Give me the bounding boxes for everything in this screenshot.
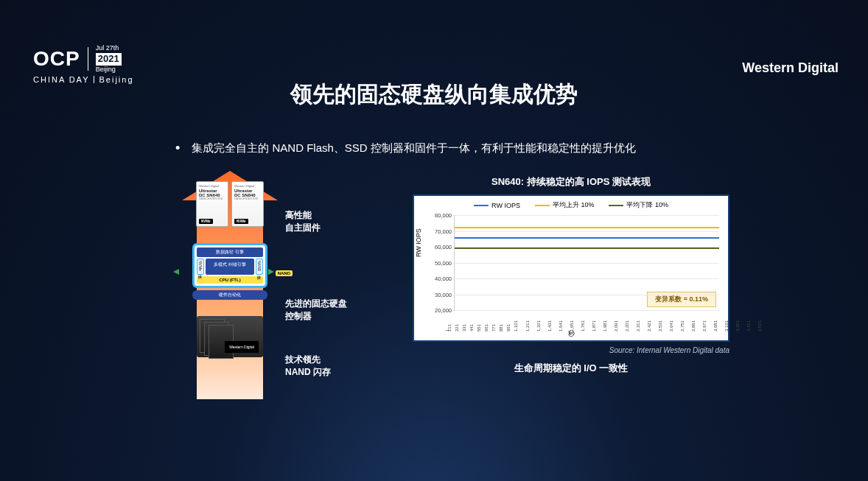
event-city: Beijing xyxy=(96,66,122,74)
chart-ylabel: RW IOPS xyxy=(415,228,422,257)
ctrl-ecc: 多模式 纠错引擎 xyxy=(206,259,254,275)
chart-title: SN640: 持续稳定的高 IOPS 测试表现 xyxy=(413,175,729,189)
iops-chart-block: SN640: 持续稳定的高 IOPS 测试表现 RW IOPS 平均上升 10%… xyxy=(413,175,729,375)
ctrl-nand-if: NAND 接口 xyxy=(256,259,263,275)
event-date: Jul 27th xyxy=(96,44,122,53)
nand-arrow-right: NAND xyxy=(268,264,293,278)
legend-rwiops: RW IOPS xyxy=(491,202,520,209)
architecture-diagram: Western Digital Ultrastar DC SN640 DATA … xyxy=(182,171,337,399)
nand-arrow-left xyxy=(173,264,179,278)
label-controller: 先进的固态硬盘 控制器 xyxy=(285,298,347,323)
nand-chips: Western Digital xyxy=(197,316,263,357)
ssd-sn840: Western Digital Ultrastar DC SN840 DATA … xyxy=(231,181,264,227)
chart-xlabel: 秒 xyxy=(568,329,575,339)
chart-box: RW IOPS 平均上升 10% 平均下降 10% RW IOPS 变异系数 =… xyxy=(413,194,729,342)
label-nand: 技术领先 NAND 闪存 xyxy=(285,354,331,379)
brand-logo: Western Digital xyxy=(742,60,839,76)
series-line xyxy=(455,237,719,239)
bullet-dot: • xyxy=(175,141,180,155)
series-line xyxy=(455,227,719,228)
legend-up10: 平均上升 10% xyxy=(553,200,595,210)
ssd-products: Western Digital Ultrastar DC SN640 DATA … xyxy=(196,181,264,227)
controller-block: 数据路径 引擎 NVMe 接口 多模式 纠错引擎 NAND 接口 CPU (FT… xyxy=(192,243,267,288)
bullet-text: 集成完全自主的 NAND Flash、SSD 控制器和固件于一体，有利于性能和稳… xyxy=(192,141,636,155)
chart-source: Source: Internal Western Digital data xyxy=(413,346,729,354)
series-line xyxy=(455,247,719,249)
legend-down10: 平均下降 10% xyxy=(626,200,668,210)
chart-caption: 生命周期稳定的 I/O 一致性 xyxy=(413,362,729,375)
ctrl-nvme-if: NVMe 接口 xyxy=(197,259,204,275)
ocp-text: OCP xyxy=(33,47,80,71)
chart-xticks: 11112213314415516617718819911,1011,2111,… xyxy=(454,312,719,330)
chart-plot-area: 变异系数 = 0.11% 20,00030,00040,00050,00060,… xyxy=(454,215,719,311)
bullet-point: • 集成完全自主的 NAND Flash、SSD 控制器和固件于一体，有利于性能… xyxy=(175,141,636,155)
event-city-2: Beijing xyxy=(99,75,133,84)
ctrl-datapath: 数据路径 引擎 xyxy=(197,247,263,257)
wd-chip-label: Western Digital xyxy=(225,341,259,353)
event-logo: OCP Jul 27th 2021 Beijing CHINA DAY Beij… xyxy=(33,44,134,84)
ctrl-cpu: CPU (FTL) xyxy=(197,276,263,284)
ctrl-hw-auto: 硬件自动化 xyxy=(192,290,267,300)
event-year: 2021 xyxy=(96,53,122,66)
event-subtitle: CHINA DAY xyxy=(33,75,89,84)
label-firmware: 高性能 自主固件 xyxy=(285,209,321,234)
chart-legend: RW IOPS 平均上升 10% 平均下降 10% xyxy=(414,196,728,211)
ssd-sn640: Western Digital Ultrastar DC SN640 DATA … xyxy=(196,181,228,227)
